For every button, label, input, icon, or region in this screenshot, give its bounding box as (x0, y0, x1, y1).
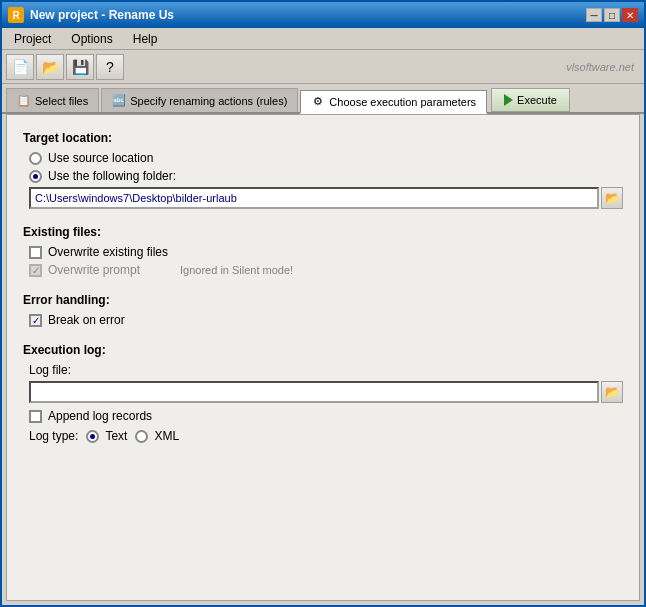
tab-specify-renaming[interactable]: 🔤 Specify renaming actions (rules) (101, 88, 298, 112)
select-files-icon: 📋 (17, 94, 31, 108)
error-handling-section: Error handling: Break on error (23, 293, 623, 327)
append-log-label: Append log records (48, 409, 152, 423)
existing-files-title: Existing files: (23, 225, 623, 239)
use-source-label: Use source location (48, 151, 153, 165)
open-button[interactable]: 📂 (36, 54, 64, 80)
menu-help[interactable]: Help (125, 30, 166, 48)
use-source-radio[interactable] (29, 152, 42, 165)
tab-execution-params-label: Choose execution parameters (329, 96, 476, 108)
close-button[interactable]: ✕ (622, 8, 638, 22)
main-window: R New project - Rename Us ─ □ ✕ Project … (0, 0, 646, 607)
overwrite-prompt-label: Overwrite prompt (48, 263, 140, 277)
minimize-button[interactable]: ─ (586, 8, 602, 22)
tab-select-files[interactable]: 📋 Select files (6, 88, 99, 112)
tab-execution-params[interactable]: ⚙ Choose execution parameters (300, 90, 487, 114)
overwrite-checkbox[interactable] (29, 246, 42, 259)
overwrite-checkbox-item[interactable]: Overwrite existing files (29, 245, 623, 259)
app-icon: R (8, 7, 24, 23)
maximize-button[interactable]: □ (604, 8, 620, 22)
overwrite-prompt-row: Overwrite prompt Ignored in Silent mode! (23, 263, 623, 277)
use-source-radio-item[interactable]: Use source location (29, 151, 623, 165)
specify-renaming-icon: 🔤 (112, 94, 126, 108)
append-log-item[interactable]: Append log records (29, 409, 623, 423)
target-location-section: Target location: Use source location Use… (23, 131, 623, 209)
log-file-label: Log file: (29, 363, 71, 377)
execution-log-title: Execution log: (23, 343, 623, 357)
play-icon (504, 94, 513, 106)
log-type-text-label: Text (105, 429, 127, 443)
log-type-xml-item[interactable]: XML (135, 429, 179, 443)
new-button[interactable]: 📄 (6, 54, 34, 80)
tab-specify-renaming-label: Specify renaming actions (rules) (130, 95, 287, 107)
target-location-title: Target location: (23, 131, 623, 145)
save-button[interactable]: 💾 (66, 54, 94, 80)
tabs-bar: 📋 Select files 🔤 Specify renaming action… (2, 84, 644, 114)
folder-browse-button[interactable]: 📂 (601, 187, 623, 209)
title-bar: R New project - Rename Us ─ □ ✕ (2, 2, 644, 28)
execute-button[interactable]: Execute (491, 88, 570, 112)
log-type-text-item[interactable]: Text (86, 429, 127, 443)
use-folder-radio-item[interactable]: Use the following folder: (29, 169, 623, 183)
overwrite-prompt-checkbox[interactable] (29, 264, 42, 277)
overwrite-prompt-item: Overwrite prompt (29, 263, 140, 277)
log-type-xml-label: XML (154, 429, 179, 443)
break-on-error-checkbox[interactable] (29, 314, 42, 327)
log-file-row: 📂 (29, 381, 623, 403)
break-on-error-item[interactable]: Break on error (29, 313, 623, 327)
content-area: Target location: Use source location Use… (6, 114, 640, 601)
title-bar-buttons: ─ □ ✕ (586, 8, 638, 22)
folder-input[interactable] (29, 187, 599, 209)
tab-select-files-label: Select files (35, 95, 88, 107)
use-folder-label: Use the following folder: (48, 169, 176, 183)
target-location-options: Use source location Use the following fo… (29, 151, 623, 183)
log-browse-button[interactable]: 📂 (601, 381, 623, 403)
menu-bar: Project Options Help (2, 28, 644, 50)
log-type-text-radio[interactable] (86, 430, 99, 443)
menu-project[interactable]: Project (6, 30, 59, 48)
title-bar-left: R New project - Rename Us (8, 7, 174, 23)
execution-params-icon: ⚙ (311, 95, 325, 109)
execution-log-section: Execution log: Log file: 📂 Append log re… (23, 343, 623, 443)
existing-files-section: Existing files: Overwrite existing files… (23, 225, 623, 277)
use-folder-radio[interactable] (29, 170, 42, 183)
log-type-xml-radio[interactable] (135, 430, 148, 443)
help-button[interactable]: ? (96, 54, 124, 80)
toolbar: 📄 📂 💾 ? vlsoftware.net (2, 50, 644, 84)
break-on-error-label: Break on error (48, 313, 125, 327)
log-type-row: Log type: Text XML (29, 429, 623, 443)
execute-label: Execute (517, 94, 557, 106)
error-handling-title: Error handling: (23, 293, 623, 307)
watermark: vlsoftware.net (566, 61, 640, 73)
ignored-text: Ignored in Silent mode! (180, 264, 293, 276)
menu-options[interactable]: Options (63, 30, 120, 48)
overwrite-label: Overwrite existing files (48, 245, 168, 259)
log-type-label: Log type: (29, 429, 78, 443)
folder-input-row: 📂 (29, 187, 623, 209)
window-title: New project - Rename Us (30, 8, 174, 22)
append-log-checkbox[interactable] (29, 410, 42, 423)
log-file-input[interactable] (29, 381, 599, 403)
